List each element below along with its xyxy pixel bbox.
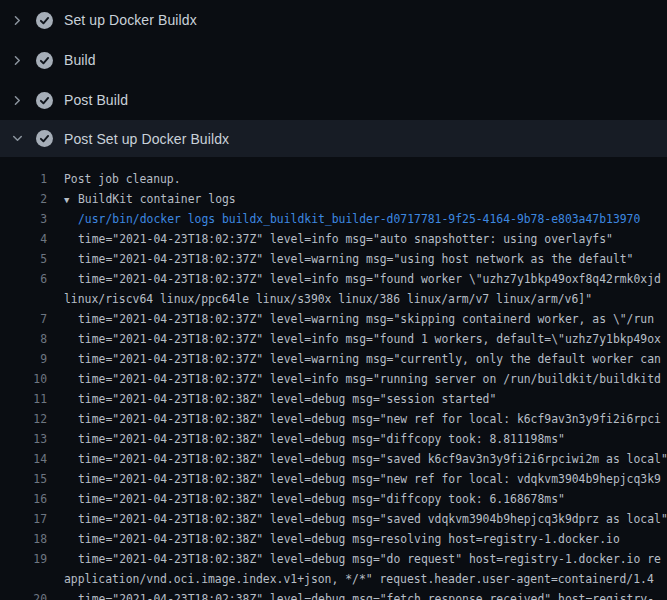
- line-number[interactable]: 12: [0, 409, 47, 429]
- log-text: time="2021-04-23T18:02:38Z" level=debug …: [47, 409, 661, 429]
- log-line: 2▼BuildKit container logs: [0, 189, 667, 209]
- log-line: 19time="2021-04-23T18:02:38Z" level=debu…: [0, 549, 667, 569]
- log-command-text: /usr/bin/docker logs buildx_buildkit_bui…: [47, 209, 640, 229]
- log-line: 15time="2021-04-23T18:02:38Z" level=debu…: [0, 469, 667, 489]
- log-text: time="2021-04-23T18:02:38Z" level=debug …: [47, 529, 620, 549]
- step-row-post-build[interactable]: Post Build: [0, 80, 667, 120]
- line-number[interactable]: 5: [0, 249, 47, 269]
- line-number: [0, 289, 47, 309]
- line-number[interactable]: 3: [0, 209, 47, 229]
- log-text: linux/riscv64 linux/ppc64le linux/s390x …: [47, 289, 592, 309]
- step-row-build[interactable]: Build: [0, 40, 667, 80]
- actions-log-viewer: { "colors": { "background": "#0a0d12", "…: [0, 0, 667, 600]
- log-text: time="2021-04-23T18:02:38Z" level=debug …: [47, 489, 565, 509]
- line-number[interactable]: 6: [0, 269, 47, 289]
- step-label: Post Set up Docker Buildx: [64, 131, 229, 147]
- line-number[interactable]: 15: [0, 469, 47, 489]
- log-line: 9time="2021-04-23T18:02:37Z" level=warni…: [0, 349, 667, 369]
- line-number[interactable]: 18: [0, 529, 47, 549]
- log-text: time="2021-04-23T18:02:38Z" level=debug …: [47, 389, 496, 409]
- log-line: 3/usr/bin/docker logs buildx_buildkit_bu…: [0, 209, 667, 229]
- step-row-set-up-docker-buildx[interactable]: Set up Docker Buildx: [0, 0, 667, 40]
- step-label: Build: [64, 52, 96, 68]
- chevron-right-icon: [12, 95, 23, 106]
- check-circle-icon: [36, 92, 53, 109]
- group-title: BuildKit container logs: [78, 192, 236, 206]
- log-line: 6time="2021-04-23T18:02:37Z" level=info …: [0, 269, 667, 289]
- log-text: time="2021-04-23T18:02:38Z" level=debug …: [47, 509, 667, 529]
- line-number: [0, 569, 47, 589]
- log-line: 4time="2021-04-23T18:02:37Z" level=info …: [0, 229, 667, 249]
- line-number[interactable]: 20: [0, 589, 47, 600]
- log-line: 16time="2021-04-23T18:02:38Z" level=debu…: [0, 489, 667, 509]
- check-circle-icon: [36, 130, 53, 147]
- log-text: time="2021-04-23T18:02:38Z" level=debug …: [47, 549, 661, 569]
- log-line: 5time="2021-04-23T18:02:37Z" level=warni…: [0, 249, 667, 269]
- log-text: time="2021-04-23T18:02:37Z" level=warnin…: [47, 249, 633, 269]
- line-number[interactable]: 10: [0, 369, 47, 389]
- line-number[interactable]: 17: [0, 509, 47, 529]
- chevron-down-icon: [12, 133, 23, 144]
- line-number[interactable]: 7: [0, 309, 47, 329]
- line-number[interactable]: 14: [0, 449, 47, 469]
- log-line: 7time="2021-04-23T18:02:37Z" level=warni…: [0, 309, 667, 329]
- line-number[interactable]: 13: [0, 429, 47, 449]
- log-line: 8time="2021-04-23T18:02:37Z" level=info …: [0, 329, 667, 349]
- log-line: 17time="2021-04-23T18:02:38Z" level=debu…: [0, 509, 667, 529]
- log-line-continuation: application/vnd.oci.image.index.v1+json,…: [0, 569, 667, 589]
- steps-list: Set up Docker BuildxBuildPost BuildPost …: [0, 0, 667, 157]
- log-line: 10time="2021-04-23T18:02:37Z" level=info…: [0, 369, 667, 389]
- line-number[interactable]: 8: [0, 329, 47, 349]
- log-panel: 1Post job cleanup.2▼BuildKit container l…: [0, 157, 667, 600]
- log-line-continuation: linux/riscv64 linux/ppc64le linux/s390x …: [0, 289, 667, 309]
- log-line: 14time="2021-04-23T18:02:38Z" level=debu…: [0, 449, 667, 469]
- log-text: time="2021-04-23T18:02:38Z" level=debug …: [47, 449, 667, 469]
- line-number[interactable]: 16: [0, 489, 47, 509]
- log-text: time="2021-04-23T18:02:37Z" level=info m…: [47, 269, 661, 289]
- log-line: 11time="2021-04-23T18:02:38Z" level=debu…: [0, 389, 667, 409]
- line-number[interactable]: 1: [0, 169, 47, 189]
- log-text: Post job cleanup.: [47, 169, 181, 189]
- check-circle-icon: [36, 52, 53, 69]
- log-text: time="2021-04-23T18:02:37Z" level=info m…: [47, 229, 613, 249]
- line-number[interactable]: 11: [0, 389, 47, 409]
- line-number[interactable]: 4: [0, 229, 47, 249]
- log-text: time="2021-04-23T18:02:38Z" level=debug …: [47, 469, 661, 489]
- log-line: 20time="2021-04-23T18:02:38Z" level=debu…: [0, 589, 667, 600]
- log-text: application/vnd.oci.image.index.v1+json,…: [47, 569, 654, 589]
- log-text: time="2021-04-23T18:02:37Z" level=warnin…: [47, 349, 661, 369]
- log-text: time="2021-04-23T18:02:38Z" level=debug …: [47, 589, 654, 600]
- step-label: Set up Docker Buildx: [64, 12, 197, 28]
- log-text: time="2021-04-23T18:02:37Z" level=info m…: [47, 369, 661, 389]
- log-line: 1Post job cleanup.: [0, 169, 667, 189]
- line-number[interactable]: 19: [0, 549, 47, 569]
- check-circle-icon: [36, 12, 53, 29]
- log-line: 13time="2021-04-23T18:02:38Z" level=debu…: [0, 429, 667, 449]
- log-line: 12time="2021-04-23T18:02:38Z" level=debu…: [0, 409, 667, 429]
- log-line: 18time="2021-04-23T18:02:38Z" level=debu…: [0, 529, 667, 549]
- line-number[interactable]: 9: [0, 349, 47, 369]
- chevron-right-icon: [12, 15, 23, 26]
- step-label: Post Build: [64, 92, 128, 108]
- log-text: time="2021-04-23T18:02:37Z" level=warnin…: [47, 309, 654, 329]
- log-text: time="2021-04-23T18:02:37Z" level=info m…: [47, 329, 661, 349]
- log-text: time="2021-04-23T18:02:38Z" level=debug …: [47, 429, 565, 449]
- group-expand-triangle-icon[interactable]: ▼: [64, 190, 78, 210]
- log-text[interactable]: ▼BuildKit container logs: [47, 189, 236, 209]
- step-row-post-set-up-docker-buildx[interactable]: Post Set up Docker Buildx: [0, 120, 667, 157]
- line-number[interactable]: 2: [0, 189, 47, 209]
- chevron-right-icon: [12, 55, 23, 66]
